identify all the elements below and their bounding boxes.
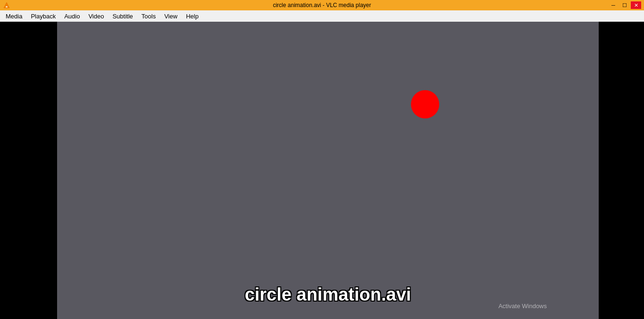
menubar: Media Playback Audio Video Subtitle Tool…	[0, 10, 644, 22]
video-frame[interactable]: circle animation.avi Activate Windows	[57, 22, 599, 319]
menu-playback[interactable]: Playback	[27, 11, 59, 21]
activate-windows-watermark: Activate Windows	[498, 302, 547, 310]
left-letterbox	[0, 22, 57, 319]
menu-tools[interactable]: Tools	[138, 11, 159, 21]
menu-help[interactable]: Help	[182, 11, 202, 21]
right-letterbox	[599, 22, 644, 319]
menu-media[interactable]: Media	[2, 11, 26, 21]
minimize-button[interactable]: ─	[608, 1, 619, 9]
video-container[interactable]: circle animation.avi Activate Windows	[0, 22, 644, 319]
window-controls: ─ ☐ ✕	[608, 1, 641, 9]
menu-video[interactable]: Video	[84, 11, 108, 21]
maximize-button[interactable]: ☐	[619, 1, 630, 9]
window-title: circle animation.avi - VLC media player	[273, 2, 371, 8]
menu-view[interactable]: View	[160, 11, 181, 21]
svg-rect-1	[6, 6, 8, 8]
menu-audio[interactable]: Audio	[60, 11, 84, 21]
menu-subtitle[interactable]: Subtitle	[109, 11, 136, 21]
red-circle	[411, 90, 439, 118]
close-button[interactable]: ✕	[631, 1, 641, 9]
subtitle-text: circle animation.avi	[245, 285, 411, 305]
titlebar: circle animation.avi - VLC media player …	[0, 0, 644, 10]
vlc-icon	[3, 1, 10, 9]
